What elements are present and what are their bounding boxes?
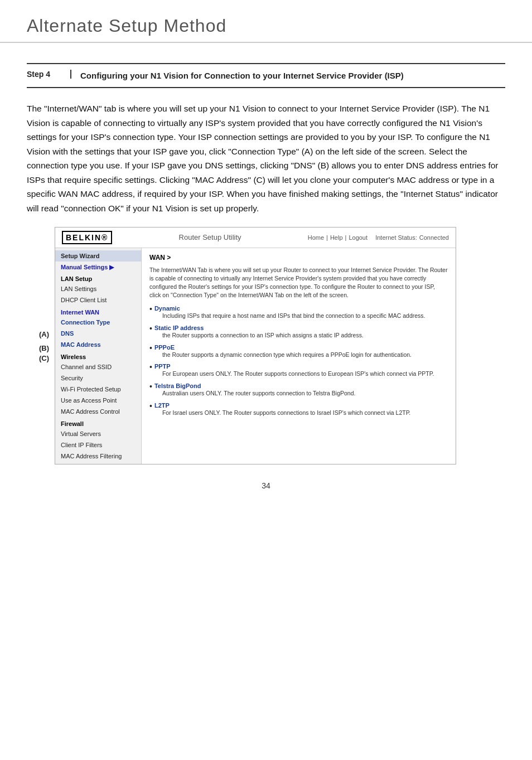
sidebar-mac-address-control[interactable]: MAC Address Control [55,406,141,417]
sidebar-lan-settings[interactable]: LAN Settings [55,283,141,294]
connection-desc-pptp: For European users ONLY. The Router supp… [162,370,434,378]
connection-title-dynamic: Dynamic [154,305,425,312]
connection-list: • Dynamic Including ISPs that require a … [149,305,448,417]
sidebar-dns[interactable]: DNS [55,328,141,339]
sidebar-mac-address-filtering[interactable]: MAC Address Filtering [55,451,141,462]
sidebar-internet-wan-header: Internet WAN [55,306,141,317]
connection-desc-telstra: Australian users ONLY. The router suppor… [162,389,356,398]
router-title: Router Setup Utility [123,233,296,241]
belkin-logo: BELKIN® [62,231,112,244]
internet-status-label: Internet Status: [375,234,417,241]
annotation-b: (B) [39,344,49,352]
annotation-a: (A) [39,330,49,338]
router-nav[interactable]: Home | Help | Logout Internet Status: Co… [308,234,449,241]
body-text: The "Internet/WAN" tab is where you will… [27,101,505,216]
sidebar-channel-ssid[interactable]: Channel and SSID [55,361,141,372]
connection-item-l2tp: • L2TP For Israel users ONLY. The Router… [149,402,448,417]
connection-title-telstra: Telstra BigPond [154,383,356,389]
nav-home[interactable]: Home [308,234,324,241]
sidebar-setup-wizard[interactable]: Setup Wizard [55,250,141,262]
page-title: Alternate Setup Method [27,16,505,36]
step-header: Step 4 Configuring your N1 Vision for Co… [27,63,505,88]
connection-item-pptp: • PPTP For European users ONLY. The Rout… [149,363,448,378]
connection-desc-l2tp: For Israel users ONLY. The Router suppor… [162,409,410,417]
step-title: Configuring your N1 Vision for Connectio… [80,70,404,81]
connection-item-static: • Static IP address the Router supports … [149,325,448,340]
nav-logout[interactable]: Logout [349,234,367,241]
page-number: 34 [0,481,532,507]
sidebar-security[interactable]: Security [55,372,141,384]
step-label: Step 4 [27,70,71,79]
sidebar-use-as-ap[interactable]: Use as Access Point [55,395,141,406]
sidebar-virtual-servers[interactable]: Virtual Servers [55,428,141,439]
sidebar-dhcp-client-list[interactable]: DHCP Client List [55,294,141,306]
sidebar-connection-type[interactable]: Connection Type [55,317,141,328]
wan-header: WAN > [149,254,448,262]
wan-description: The Internet/WAN Tab is where you will s… [149,266,448,300]
connection-title-pptp: PPTP [154,363,434,370]
sidebar-wireless-header: Wireless [55,350,141,361]
connection-item-dynamic: • Dynamic Including ISPs that require a … [149,305,448,320]
internet-status-value: Connected [419,234,449,241]
connection-title-static: Static IP address [154,325,364,331]
connection-desc-static: the Router supports a connection to an I… [162,331,364,340]
sidebar-lan-header: LAN Setup [55,272,141,283]
connection-title-pppoe: PPPoE [154,344,412,351]
router-body: Setup Wizard Manual Settings ▶ LAN Setup… [55,248,456,464]
connection-title-l2tp: L2TP [154,402,410,409]
connection-item-pppoe: • PPPoE the Router supports a dynamic co… [149,344,448,359]
connection-desc-dynamic: Including ISPs that require a host name … [162,312,425,320]
connection-item-telstra: • Telstra BigPond Australian users ONLY.… [149,383,448,398]
sidebar-manual-settings[interactable]: Manual Settings ▶ [55,262,141,272]
sidebar-client-ip-filters[interactable]: Client IP Filters [55,439,141,451]
connection-desc-pppoe: the Router supports a dynamic connection… [162,351,412,359]
nav-help[interactable]: Help [330,234,343,241]
router-main: WAN > The Internet/WAN Tab is where you … [142,248,456,464]
sidebar-wifi-protected[interactable]: Wi-Fi Protected Setup [55,384,141,395]
router-topbar: BELKIN® Router Setup Utility Home | Help… [55,227,456,248]
annotation-c: (C) [39,354,49,362]
sidebar-firewall-header: Firewall [55,417,141,428]
router-sidebar: Setup Wizard Manual Settings ▶ LAN Setup… [55,248,142,464]
sidebar-mac-address[interactable]: MAC Address [55,339,141,350]
